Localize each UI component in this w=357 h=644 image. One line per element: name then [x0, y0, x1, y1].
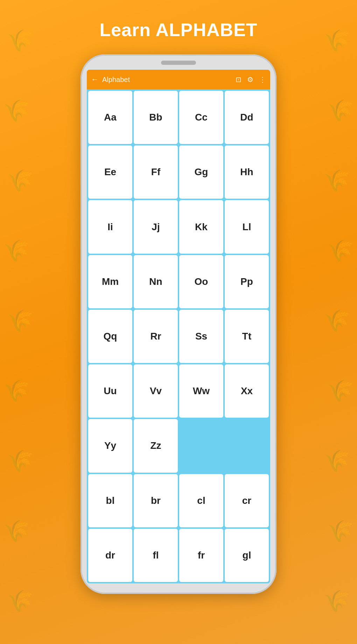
- grid-cell[interactable]: Nn: [134, 255, 178, 308]
- grid-cell[interactable]: Bb: [134, 91, 178, 144]
- grid-cell[interactable]: gl: [225, 529, 269, 582]
- phone-frame: ← Alphabet ⊡ ⚙ ⋮ AaBbCcDdEeFfGgHhIiJjKkL…: [80, 54, 276, 594]
- grid-cell[interactable]: Jj: [134, 200, 178, 253]
- page-title: Learn ALPHABET: [99, 19, 257, 40]
- grid-cell[interactable]: cl: [179, 474, 223, 527]
- grid-cell[interactable]: Tt: [225, 310, 269, 363]
- app-bar: ← Alphabet ⊡ ⚙ ⋮: [87, 70, 270, 89]
- grid-cell[interactable]: Ss: [179, 310, 223, 363]
- grid-cell[interactable]: Ii: [88, 200, 132, 253]
- grid-cell[interactable]: Kk: [179, 200, 223, 253]
- grid-cell[interactable]: Aa: [88, 91, 132, 144]
- grid-cell[interactable]: Yy: [88, 419, 132, 472]
- grid-cell[interactable]: Cc: [179, 91, 223, 144]
- alphabet-grid: AaBbCcDdEeFfGgHhIiJjKkLlMmNnOoPpQqRrSsTt…: [87, 89, 270, 583]
- phone-earpiece: [161, 61, 196, 65]
- grid-cell[interactable]: Hh: [225, 145, 269, 199]
- grid-cell[interactable]: Xx: [225, 364, 269, 418]
- more-icon[interactable]: ⋮: [259, 75, 266, 84]
- grid-cell[interactable]: Mm: [88, 255, 132, 308]
- grid-cell[interactable]: br: [134, 474, 178, 527]
- grid-cell[interactable]: Ee: [88, 145, 132, 199]
- grid-cell-empty: [179, 419, 269, 472]
- grid-cell[interactable]: Zz: [134, 419, 178, 472]
- grid-cell[interactable]: Ff: [134, 145, 178, 199]
- grid-cell[interactable]: cr: [225, 474, 269, 527]
- grid-cell[interactable]: Uu: [88, 364, 132, 418]
- app-bar-title: Alphabet: [102, 76, 236, 84]
- grid-cell[interactable]: Pp: [225, 255, 269, 308]
- grid-cell[interactable]: Dd: [225, 91, 269, 144]
- grid-cell[interactable]: Qq: [88, 310, 132, 363]
- settings-icon[interactable]: ⚙: [247, 75, 253, 84]
- grid-cell[interactable]: fr: [179, 529, 223, 582]
- grid-cell[interactable]: Ll: [225, 200, 269, 253]
- grid-cell[interactable]: bl: [88, 474, 132, 527]
- phone-screen: ← Alphabet ⊡ ⚙ ⋮ AaBbCcDdEeFfGgHhIiJjKkL…: [87, 70, 270, 583]
- app-bar-icons: ⊡ ⚙ ⋮: [236, 75, 266, 84]
- grid-cell[interactable]: Rr: [134, 310, 178, 363]
- grid-cell[interactable]: Gg: [179, 145, 223, 199]
- grid-cell[interactable]: Oo: [179, 255, 223, 308]
- grid-cell[interactable]: fl: [134, 529, 178, 582]
- back-button[interactable]: ←: [91, 75, 99, 84]
- grid-cell[interactable]: dr: [88, 529, 132, 582]
- camera-icon[interactable]: ⊡: [236, 75, 241, 84]
- grid-cell[interactable]: Vv: [134, 364, 178, 418]
- grid-cell[interactable]: Ww: [179, 364, 223, 418]
